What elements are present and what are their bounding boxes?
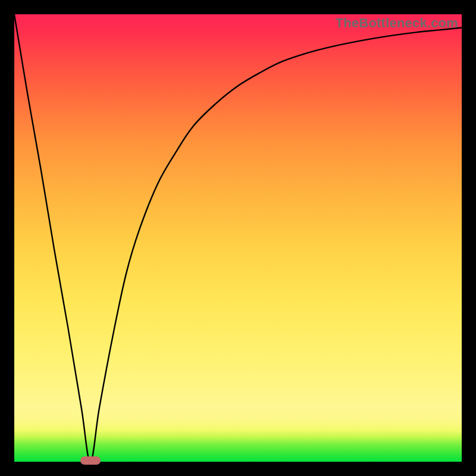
optimal-marker: [80, 456, 101, 465]
bottleneck-curve: [14, 14, 462, 462]
chart-frame: TheBottleneck.com: [0, 0, 476, 476]
plot-area: TheBottleneck.com: [14, 14, 462, 462]
